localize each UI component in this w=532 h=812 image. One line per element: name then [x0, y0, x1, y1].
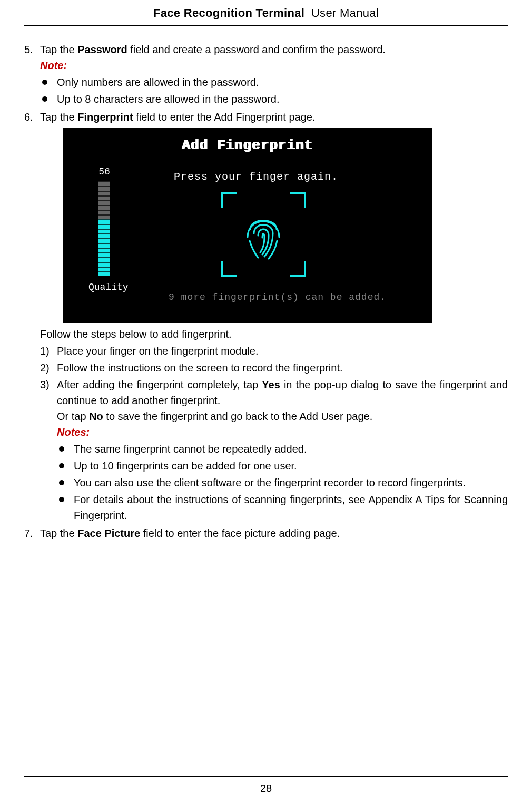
step-5: 5. Tap the Password field and create a p…	[24, 42, 508, 108]
fingerprint-scan-area	[221, 192, 306, 277]
step-5-note-label: Note:	[40, 57, 508, 73]
bullet-item: Up to 10 fingerprints can be added for o…	[59, 458, 508, 474]
add-fingerprint-screenshot: Add Fingerprint 56 Quality Press your fi…	[63, 128, 432, 323]
main-step-list-cont: 7. Tap the Face Picture field to enter t…	[24, 525, 508, 541]
step-5-bullets: Only numbers are allowed in the password…	[42, 74, 508, 107]
step-6-follow-intro: Follow the steps below to add fingerprin…	[40, 326, 508, 342]
step-6-substeps: 1) Place your finger on the fingerprint …	[40, 343, 508, 524]
remaining-fingerprints-msg: 9 more fingerprint(s) can be added.	[169, 290, 386, 305]
step-6-number: 6.	[24, 109, 40, 125]
step-6: 6. Tap the Fingerprint field to enter th…	[24, 109, 508, 125]
main-step-list: 5. Tap the Password field and create a p…	[24, 42, 508, 125]
header-title-light: User Manual	[311, 6, 379, 19]
substep-3-line2: Or tap No to save the fingerprint and go…	[57, 408, 508, 424]
step-5-text: Tap the Password field and create a pass…	[40, 44, 386, 55]
bullet-item: The same fingerprint cannot be repeatedl…	[59, 441, 508, 457]
bullet-item: Up to 8 characters are allowed in the pa…	[42, 91, 508, 107]
page-number: 28	[24, 776, 508, 796]
substep-3: 3) After adding the fingerprint complete…	[40, 377, 508, 524]
header-title-bold: Face Recognition Terminal	[153, 6, 304, 19]
bullet-item: You can also use the client software or …	[59, 475, 508, 491]
step-6-text: Tap the Fingerprint field to enter the A…	[40, 111, 316, 123]
page-header: Face Recognition Terminal User Manual	[24, 0, 508, 26]
screenshot-title: Add Fingerprint	[63, 128, 432, 156]
quality-label: Quality	[88, 280, 120, 295]
bullet-item: For details about the instructions of sc…	[59, 492, 508, 523]
substep-3-notes-label: Notes:	[57, 424, 508, 440]
substep-3-note-bullets: The same fingerprint cannot be repeatedl…	[59, 441, 508, 523]
step-7: 7. Tap the Face Picture field to enter t…	[24, 525, 508, 541]
quality-meter: 56 Quality	[88, 165, 120, 295]
substep-1: 1) Place your finger on the fingerprint …	[40, 343, 508, 359]
step-5-number: 5.	[24, 42, 40, 108]
step-7-number: 7.	[24, 525, 40, 541]
fingerprint-prompt: Press your finger again.	[174, 169, 338, 185]
bullet-item: Only numbers are allowed in the password…	[42, 74, 508, 90]
substep-3-line1: After adding the fingerprint completely,…	[57, 377, 508, 408]
fingerprint-icon	[242, 208, 284, 261]
quality-value: 56	[88, 165, 120, 179]
scan-corner-icon	[290, 192, 306, 208]
scan-corner-icon	[221, 261, 237, 277]
scan-corner-icon	[221, 192, 237, 208]
scan-corner-icon	[290, 261, 306, 277]
step-7-text: Tap the Face Picture field to enter the …	[40, 527, 340, 539]
substep-2: 2) Follow the instructions on the screen…	[40, 360, 508, 376]
quality-bar-icon	[98, 181, 110, 276]
